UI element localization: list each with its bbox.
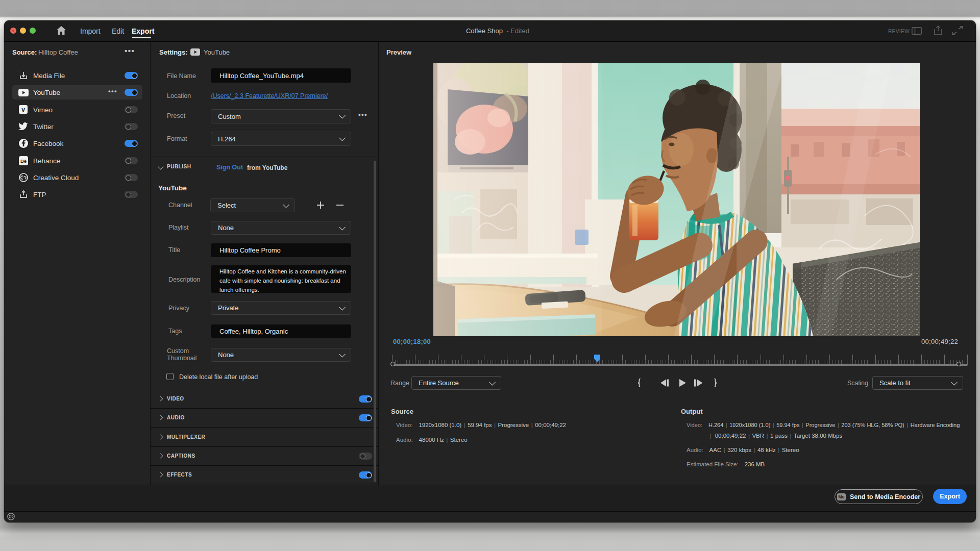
svg-text:Bē: Bē bbox=[20, 158, 27, 164]
svg-text:v: v bbox=[21, 106, 25, 113]
